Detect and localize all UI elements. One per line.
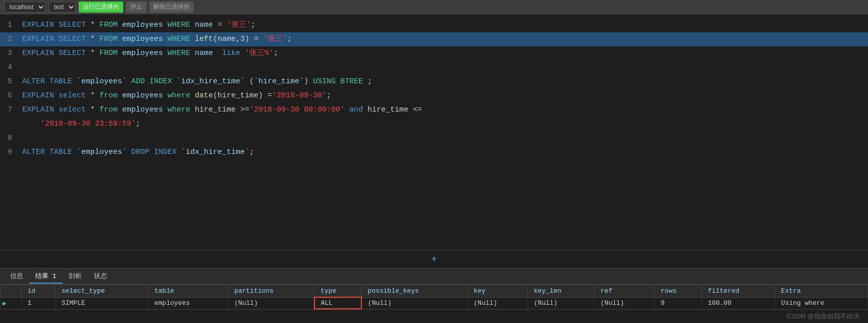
clear-button[interactable]: 解除已选择的 — [149, 2, 194, 13]
table-header: select_type — [55, 285, 148, 298]
code-segment: EXPLAIN — [22, 21, 54, 29]
code-segment: FROM — [99, 21, 122, 29]
code-segment: employees — [122, 21, 168, 29]
code-line: 4 — [0, 61, 868, 75]
code-segment: and — [345, 105, 367, 114]
code-segment: from — [99, 105, 122, 114]
code-line: 8 — [0, 131, 868, 145]
footer: CSDN @我命由我不由天 — [0, 309, 868, 323]
line-content: EXPLAIN SELECT * FROM employees WHERE le… — [18, 32, 868, 46]
code-segment: * — [90, 49, 99, 58]
code-line: 3EXPLAIN SELECT * FROM employees WHERE n… — [0, 46, 868, 61]
line-content: EXPLAIN SELECT * FROM employees WHERE na… — [18, 46, 868, 61]
bottom-tabs: 信息结果 1剖析状态 — [0, 268, 868, 285]
code-segment: ) — [304, 77, 313, 86]
code-segment: USING — [313, 77, 340, 86]
code-segment: DROP — [127, 148, 154, 156]
code-segment: WHERE — [168, 21, 195, 29]
table-cell-extra: Using where — [775, 297, 867, 309]
stop-button[interactable]: 停止 — [126, 2, 146, 13]
code-segment: '张三%' — [245, 49, 274, 58]
table-header: rows — [655, 285, 701, 298]
code-segment: name — [195, 49, 222, 58]
tab-item[interactable]: 结果 1 — [29, 270, 63, 284]
code-segment: TABLE — [49, 77, 77, 86]
code-segment: '2018-09-30 00:00:00' — [249, 105, 345, 114]
toolbar: localhost test 运行已选择的 停止 解除已选择的 — [0, 0, 868, 14]
code-segment: ALTER — [22, 148, 49, 156]
code-line: '2018-09-30 23:59:59'; — [0, 117, 868, 131]
code-segment: WHERE — [168, 35, 195, 43]
table-cell-rows: 9 — [655, 297, 701, 309]
line-content: ALTER TABLE `employees` ADD INDEX `idx_h… — [18, 75, 868, 89]
code-segment: name — [195, 21, 218, 29]
code-segment: ; — [251, 21, 255, 29]
tab-item[interactable]: 信息 — [4, 270, 29, 284]
code-segment: = — [218, 21, 227, 29]
code-segment: INDEX — [149, 77, 177, 86]
code-segment: '2018-09-30 23:59:59' — [22, 120, 136, 128]
code-segment: BTREE — [340, 77, 367, 86]
table-cell-key_len: (Null) — [527, 297, 594, 309]
run-button[interactable]: 运行已选择的 — [79, 2, 123, 13]
code-segment: SELECT — [54, 49, 90, 58]
code-segment: '张三' — [263, 35, 287, 43]
line-content: EXPLAIN select * from employees where da… — [18, 89, 868, 103]
line-number: 6 — [0, 89, 18, 103]
code-segment: `employees` — [77, 77, 127, 86]
code-segment: ; — [367, 77, 372, 86]
plus-area: + — [0, 250, 868, 268]
line-number: 2 — [0, 32, 18, 46]
watermark-text: CSDN @我命由我不由天 — [787, 312, 860, 321]
table-header: type — [314, 285, 361, 298]
code-segment: employees — [122, 91, 168, 100]
code-segment: * — [90, 91, 99, 100]
code-segment: from — [99, 91, 122, 100]
code-segment: SELECT — [54, 21, 90, 29]
table-cell-id: 1 — [21, 297, 55, 309]
table-cell-table: employees — [148, 297, 228, 309]
line-content: '2018-09-30 23:59:59'; — [18, 117, 868, 131]
add-tab-button[interactable]: + — [431, 253, 437, 265]
code-segment: ; — [249, 148, 254, 156]
row-arrow: ▶ — [1, 297, 22, 309]
code-segment: where — [168, 91, 195, 100]
code-segment: (name,3) — [213, 35, 254, 43]
table-header: ref — [594, 285, 655, 298]
code-segment: = — [254, 35, 263, 43]
code-segment: date — [195, 91, 213, 100]
line-number: 7 — [0, 103, 18, 117]
table-header-arrow — [1, 285, 22, 298]
line-number: 1 — [0, 18, 18, 32]
line-content: EXPLAIN select * from employees where hi… — [18, 103, 868, 117]
table-cell-filtered: 100.00 — [701, 297, 775, 309]
code-segment: SELECT — [54, 35, 90, 43]
code-segment: `idx_hire_time` — [181, 148, 249, 156]
line-number: 5 — [0, 75, 18, 89]
code-segment: employees — [122, 49, 168, 58]
code-line: 1EXPLAIN SELECT * FROM employees WHERE n… — [0, 18, 868, 32]
editor-area[interactable]: 1EXPLAIN SELECT * FROM employees WHERE n… — [0, 14, 868, 250]
code-segment: employees — [122, 105, 168, 114]
table-header: id — [21, 285, 55, 298]
code-segment: like — [222, 49, 245, 58]
table-header: filtered — [701, 285, 775, 298]
code-segment: employees — [122, 35, 168, 43]
code-segment: * — [90, 21, 99, 29]
table-cell-type: ALL — [314, 297, 361, 309]
code-line: 5ALTER TABLE `employees` ADD INDEX `idx_… — [0, 75, 868, 89]
tab-item[interactable]: 剖析 — [63, 270, 88, 284]
code-line: 7EXPLAIN select * from employees where h… — [0, 103, 868, 117]
code-segment: EXPLAIN — [22, 49, 54, 58]
host-select[interactable]: localhost — [4, 2, 45, 13]
code-segment: where — [168, 105, 195, 114]
code-segment: '2018-09-30' — [272, 91, 327, 100]
code-segment: ; — [136, 120, 140, 128]
line-number: 8 — [0, 131, 18, 145]
code-segment: EXPLAIN — [22, 105, 54, 114]
tab-item[interactable]: 状态 — [88, 270, 113, 284]
table-header: table — [148, 285, 228, 298]
db-select[interactable]: test — [48, 2, 76, 13]
code-segment: hire_time <= — [367, 105, 422, 114]
table-header: partitions — [228, 285, 314, 298]
